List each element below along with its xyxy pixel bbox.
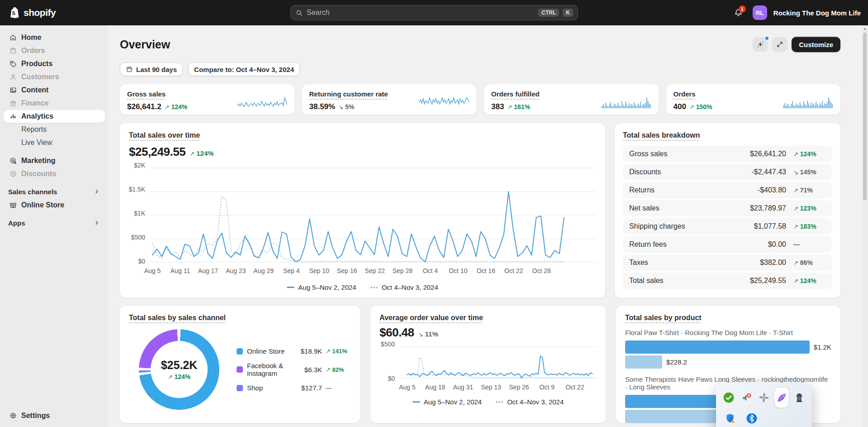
x-axis-label: Sep 16 bbox=[337, 267, 357, 274]
metric-label[interactable]: Gross sales bbox=[127, 90, 166, 98]
channel-delta: ↗ 141% bbox=[326, 348, 351, 355]
breakdown-row-taxes[interactable]: Taxes$382.00↗ 86% bbox=[623, 254, 832, 271]
breakdown-row-discounts[interactable]: Discounts-$2,447.43↘ 145% bbox=[623, 164, 832, 180]
channel-value: $127.7 bbox=[301, 384, 322, 392]
breakdown-row-gross-sales[interactable]: Gross sales$26,641.20↗ 124% bbox=[623, 146, 832, 162]
sidebar-item-marketing[interactable]: Marketing bbox=[4, 154, 105, 167]
total-sales-chart-title[interactable]: Total sales over time bbox=[129, 131, 200, 139]
sidebar-item-home[interactable]: Home bbox=[4, 31, 105, 44]
sidebar-section-sales-channels[interactable]: Sales channels bbox=[4, 185, 105, 198]
compare-filter[interactable]: Compare to: Oct 4–Nov 3, 2024 bbox=[188, 62, 300, 76]
sidebar-item-discounts[interactable]: Discounts bbox=[4, 168, 105, 180]
sidebar-item-analytics[interactable]: Analytics bbox=[4, 110, 105, 123]
metric-label[interactable]: Orders fulfilled bbox=[491, 90, 540, 98]
product-bar-previous[interactable] bbox=[625, 355, 662, 369]
scrollbar-thumb[interactable] bbox=[863, 33, 867, 200]
x-axis-label: Oct 22 bbox=[504, 267, 523, 274]
compare-label: Compare to: Oct 4–Nov 3, 2024 bbox=[194, 66, 294, 73]
metric-delta: ↗ 161% bbox=[507, 103, 530, 110]
hydrant-icon[interactable] bbox=[792, 388, 806, 408]
y-axis-label: $500 bbox=[381, 341, 395, 348]
breakdown-row-total-sales[interactable]: Total sales$25,249.55↗ 124% bbox=[623, 273, 832, 289]
x-axis-label: Oct 10 bbox=[449, 267, 467, 274]
x-axis-label: Aug 18 bbox=[425, 384, 445, 391]
customers-icon bbox=[9, 73, 17, 81]
legend-dotted-line-icon bbox=[495, 401, 503, 403]
aov-title[interactable]: Average order value over time bbox=[379, 314, 483, 322]
page-scrollbar[interactable]: ▲ bbox=[862, 25, 868, 427]
fullscreen-button[interactable] bbox=[772, 37, 787, 52]
sales-by-product-title[interactable]: Total sales by product bbox=[625, 314, 702, 322]
store-name[interactable]: Rocking The Dog Mom Life bbox=[773, 9, 861, 17]
sidebar-item-orders[interactable]: Orders bbox=[4, 44, 105, 57]
sidebar-item-online-store[interactable]: Online Store bbox=[4, 199, 105, 211]
sparkle-icon bbox=[756, 40, 764, 48]
sidebar-item-content[interactable]: Content bbox=[4, 84, 105, 96]
legend-label: Oct 4–Nov 3, 2024 bbox=[507, 398, 564, 406]
channel-donut-chart[interactable]: $25.2K ↗ 124% bbox=[139, 329, 219, 410]
channel-swatch bbox=[237, 348, 243, 355]
shopify-logo[interactable]: S shopify bbox=[0, 6, 109, 19]
device-blocked-icon[interactable] bbox=[739, 388, 754, 408]
avatar[interactable]: RL bbox=[753, 5, 767, 20]
y-axis-label: $0 bbox=[388, 375, 395, 382]
customize-button[interactable]: Customize bbox=[792, 37, 840, 52]
channel-legend-row-facebook-instagram[interactable]: Facebook & Instagram$6.3K↗ 82% bbox=[237, 362, 351, 377]
x-axis-label: Sep 28 bbox=[393, 267, 413, 274]
breakdown-delta: ↗ 183% bbox=[793, 223, 826, 230]
breakdown-value: $26,641.20 bbox=[750, 150, 786, 158]
sidebar-item-reports[interactable]: Reports bbox=[4, 123, 105, 136]
metric-label[interactable]: Returning customer rate bbox=[309, 90, 388, 98]
app-knot-icon[interactable] bbox=[757, 388, 771, 408]
breakdown-row-net-sales[interactable]: Net sales$23,789.97↗ 123% bbox=[623, 200, 832, 216]
bluetooth-icon[interactable] bbox=[743, 408, 761, 427]
metric-card-returning-customer-rate: Returning customer rate38.59%↘ 5% bbox=[302, 84, 477, 115]
breakdown-row-return-fees[interactable]: Return fees$0.00— bbox=[623, 236, 832, 253]
notifications-button[interactable]: 1 bbox=[731, 5, 746, 20]
sidebar-item-label: Discounts bbox=[21, 170, 56, 178]
search-input[interactable]: Search CTRL K bbox=[290, 5, 578, 20]
total-sales-breakdown-card: Total sales breakdown Gross sales$26,641… bbox=[615, 123, 840, 298]
metric-label[interactable]: Orders bbox=[674, 90, 696, 98]
breakdown-row-shipping-charges[interactable]: Shipping charges$1,077.58↗ 183% bbox=[623, 218, 832, 235]
sidebar-item-products[interactable]: Products bbox=[4, 58, 105, 70]
sidebar-item-label: Marketing bbox=[21, 157, 56, 165]
metric-sparkline bbox=[602, 96, 651, 109]
product-bar-current[interactable] bbox=[625, 341, 810, 354]
sidebar-item-customers[interactable]: Customers bbox=[4, 71, 105, 83]
channel-legend-row-shop[interactable]: Shop$127.7— bbox=[237, 384, 351, 392]
x-axis-label: Oct 28 bbox=[532, 267, 551, 274]
breakdown-title[interactable]: Total sales breakdown bbox=[623, 131, 700, 139]
date-range-filter[interactable]: Last 90 days bbox=[120, 62, 183, 76]
total-sales-line-chart[interactable] bbox=[150, 165, 596, 263]
sidebar-item-finance[interactable]: Finance bbox=[4, 97, 105, 110]
home-icon bbox=[9, 34, 17, 42]
x-axis-label: Aug 5 bbox=[399, 384, 416, 391]
shield-warning-icon[interactable] bbox=[721, 408, 740, 427]
breakdown-row-returns[interactable]: Returns-$403.80↗ 71% bbox=[623, 182, 832, 198]
legend-item: Aug 5–Nov 2, 2024 bbox=[287, 283, 356, 291]
x-axis-label: Aug 5 bbox=[144, 267, 161, 274]
discounts-icon bbox=[9, 170, 17, 178]
sidebar-item-label: Customers bbox=[21, 73, 59, 81]
feather-pen-icon[interactable] bbox=[774, 388, 789, 408]
ai-assistant-button[interactable] bbox=[753, 37, 768, 52]
donut-center-value: $25.2K bbox=[161, 359, 198, 372]
legend-label: Oct 4–Nov 3, 2024 bbox=[382, 283, 438, 291]
sales-by-channel-title[interactable]: Total sales by sales channel bbox=[129, 314, 226, 322]
verified-check-icon[interactable] bbox=[721, 388, 736, 408]
main-content: Overview Customize bbox=[109, 25, 868, 427]
breakdown-delta: ↗ 124% bbox=[793, 150, 826, 158]
metric-delta: ↗ 150% bbox=[689, 103, 712, 110]
aov-line-chart[interactable] bbox=[399, 344, 597, 380]
breakdown-label: Return fees bbox=[629, 240, 768, 249]
sidebar-item-settings[interactable]: Settings bbox=[4, 409, 105, 422]
x-axis-label: Oct 16 bbox=[477, 267, 495, 274]
channel-legend-row-online-store[interactable]: Online Store$18.9K↗ 141% bbox=[237, 347, 351, 355]
x-axis-label: Sep 22 bbox=[365, 267, 384, 274]
sidebar-section-apps[interactable]: Apps bbox=[4, 216, 105, 230]
metric-value: 383 bbox=[491, 102, 504, 111]
scrollbar-up-arrow[interactable]: ▲ bbox=[862, 27, 868, 31]
sidebar-item-live-view[interactable]: Live View bbox=[4, 136, 105, 149]
analytics-icon bbox=[9, 112, 17, 120]
